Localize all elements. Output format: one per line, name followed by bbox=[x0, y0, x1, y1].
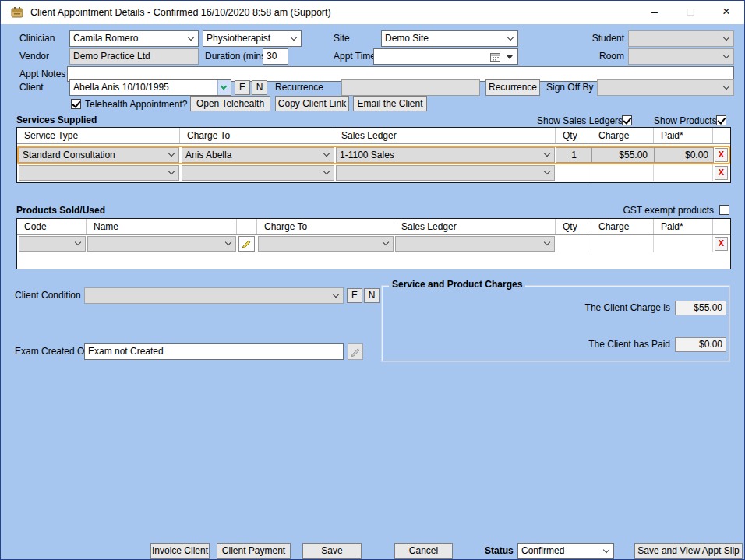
delete-row-button[interactable]: X bbox=[715, 148, 728, 162]
products-col-charge-to: Charge To bbox=[257, 219, 394, 234]
client-edit-button[interactable]: E bbox=[235, 80, 250, 95]
save-and-view-appt-slip-button[interactable]: Save and View Appt Slip bbox=[634, 543, 743, 559]
chevron-down-icon[interactable] bbox=[72, 237, 85, 251]
condition-new-button[interactable]: N bbox=[364, 288, 380, 303]
duration-field[interactable]: 30 bbox=[263, 48, 288, 65]
service-qty-cell[interactable] bbox=[556, 164, 591, 181]
services-section-title: Services Supplied bbox=[16, 114, 97, 125]
chevron-down-icon[interactable] bbox=[541, 148, 554, 162]
products-col-delete bbox=[713, 219, 730, 234]
chevron-down-icon bbox=[720, 31, 733, 46]
chevron-down-icon[interactable] bbox=[222, 237, 235, 251]
products-col-code: Code bbox=[17, 219, 87, 234]
window-title: Client Appointment Details - Confirmed 1… bbox=[30, 1, 331, 24]
chevron-down-icon[interactable] bbox=[165, 166, 178, 180]
service-type-select[interactable]: Standard Consultation bbox=[19, 147, 179, 163]
status-select[interactable]: Confirmed bbox=[517, 543, 614, 559]
appt-time-picker[interactable]: Fri 16 Oct 2020 09:05 am bbox=[373, 48, 518, 65]
condition-edit-button[interactable]: E bbox=[347, 288, 362, 303]
chevron-down-icon[interactable] bbox=[185, 31, 198, 46]
chevron-down-icon[interactable] bbox=[720, 80, 733, 95]
client-label: Client bbox=[19, 79, 44, 96]
chevron-down-icon[interactable] bbox=[320, 166, 334, 180]
products-col-name: Name bbox=[87, 219, 237, 234]
minimize-button[interactable]: – bbox=[637, 1, 673, 24]
service-charge-to-select[interactable] bbox=[182, 165, 334, 181]
close-button[interactable]: × bbox=[708, 1, 744, 24]
cancel-button[interactable]: Cancel bbox=[394, 543, 453, 559]
invoice-client-button[interactable]: Invoice Client bbox=[150, 543, 210, 559]
product-paid-cell bbox=[654, 235, 713, 252]
service-paid-cell bbox=[654, 164, 713, 181]
products-col-sales-ledger: Sales Ledger bbox=[394, 219, 556, 234]
appt-time-label: Appt Time bbox=[334, 48, 376, 65]
chevron-down-icon bbox=[720, 49, 733, 64]
exam-edit-button bbox=[348, 343, 363, 360]
sign-off-by-label: Sign Off By bbox=[546, 79, 593, 96]
product-charge-cell[interactable] bbox=[591, 235, 654, 252]
chevron-down-icon bbox=[330, 288, 343, 303]
pencil-icon bbox=[351, 347, 361, 357]
delete-row-button[interactable]: X bbox=[715, 166, 728, 180]
app-icon bbox=[11, 6, 23, 19]
client-charge-label: The Client Charge is bbox=[514, 301, 670, 315]
product-qty-cell[interactable] bbox=[556, 235, 591, 252]
delete-row-button[interactable]: X bbox=[715, 237, 728, 251]
copy-client-link-button[interactable]: Copy Client Link bbox=[275, 96, 349, 111]
chevron-down-icon[interactable] bbox=[380, 237, 393, 251]
service-sales-ledger-select[interactable]: 1-1100 Sales bbox=[336, 147, 555, 163]
charges-group-title: Service and Product Charges bbox=[389, 279, 525, 290]
site-label: Site bbox=[334, 30, 350, 47]
exam-created-on-label: Exam Created On bbox=[15, 343, 90, 360]
recurrence-field bbox=[341, 79, 480, 96]
products-col-charge: Charge bbox=[591, 219, 654, 234]
service-charge-cell[interactable]: $55.00 bbox=[591, 147, 655, 163]
products-table: Code Name Charge To Sales Ledger Qty Cha… bbox=[16, 218, 731, 269]
service-type-select[interactable] bbox=[19, 165, 179, 181]
calendar-icon[interactable] bbox=[490, 52, 500, 62]
email-client-button[interactable]: Email the Client bbox=[353, 96, 427, 111]
edit-product-button[interactable] bbox=[238, 236, 255, 252]
service-charge-to-select[interactable]: Anis Abella bbox=[182, 147, 334, 163]
service-qty-cell[interactable]: 1 bbox=[556, 147, 592, 163]
product-code-select[interactable] bbox=[19, 236, 86, 252]
telehealth-checkbox[interactable] bbox=[71, 99, 81, 109]
student-select bbox=[628, 30, 734, 47]
status-label: Status bbox=[485, 543, 514, 559]
show-products-checkbox[interactable] bbox=[716, 115, 726, 125]
product-sales-ledger-select[interactable] bbox=[395, 236, 555, 252]
clinician-role-select[interactable]: Physiotherapist bbox=[203, 30, 302, 47]
save-button[interactable]: Save bbox=[302, 543, 362, 559]
gst-exempt-label: GST exempt products bbox=[616, 203, 714, 219]
chevron-down-icon[interactable] bbox=[320, 148, 334, 162]
product-name-select[interactable] bbox=[87, 236, 236, 252]
client-new-button[interactable]: N bbox=[252, 80, 267, 95]
client-condition-select bbox=[84, 287, 344, 304]
recurrence-button[interactable]: Recurrence bbox=[485, 79, 540, 96]
gst-exempt-checkbox[interactable] bbox=[719, 205, 729, 215]
service-sales-ledger-select[interactable] bbox=[336, 165, 555, 181]
chevron-down-icon[interactable] bbox=[600, 544, 613, 558]
chevron-down-icon[interactable] bbox=[541, 166, 554, 180]
site-select[interactable]: Demo Site bbox=[381, 30, 518, 47]
chevron-down-icon[interactable] bbox=[541, 237, 554, 251]
header-divider bbox=[17, 143, 730, 144]
exam-created-on-field: Exam not Created bbox=[84, 343, 344, 360]
sign-off-by-select[interactable] bbox=[597, 79, 734, 96]
chevron-down-icon[interactable] bbox=[288, 31, 301, 46]
chevron-down-icon[interactable] bbox=[165, 148, 178, 162]
open-telehealth-button[interactable]: Open Telehealth bbox=[190, 96, 270, 111]
product-charge-to-select[interactable] bbox=[258, 236, 394, 252]
client-paid-value: $0.00 bbox=[675, 337, 726, 352]
client-payment-button[interactable]: Client Payment bbox=[217, 543, 291, 559]
chevron-down-icon[interactable] bbox=[217, 80, 231, 95]
client-select[interactable]: Abella Anis 10/10/1995 bbox=[69, 79, 231, 96]
products-col-paid: Paid* bbox=[654, 219, 713, 234]
show-sales-ledgers-checkbox[interactable] bbox=[622, 115, 632, 125]
chevron-down-icon[interactable] bbox=[507, 55, 513, 59]
recurrence-label: Recurrence bbox=[275, 79, 323, 96]
service-charge-cell[interactable] bbox=[591, 164, 654, 181]
clinician-select[interactable]: Camila Romero bbox=[69, 30, 199, 47]
chevron-down-icon[interactable] bbox=[504, 31, 517, 46]
charges-groupbox: Service and Product Charges The Client C… bbox=[381, 285, 730, 362]
